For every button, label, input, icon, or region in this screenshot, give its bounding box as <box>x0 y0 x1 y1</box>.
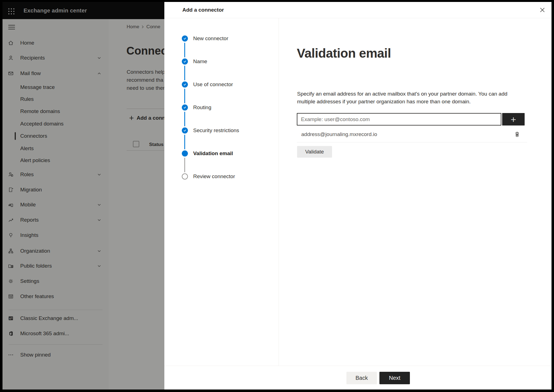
step-name[interactable]: Name <box>164 56 279 67</box>
email-entry-row: + <box>297 113 525 125</box>
step-connector-line <box>184 135 185 149</box>
plus-icon: + <box>511 114 516 125</box>
screenshot-root: Exchange admin center Home Recipients Ma… <box>0 0 554 392</box>
address-list-item: address@journaling.mxrecord.io <box>297 127 527 142</box>
step-review-connector[interactable]: Review connector <box>164 171 279 182</box>
app-window: Exchange admin center Home Recipients Ma… <box>2 2 552 390</box>
step-complete-icon <box>182 127 188 134</box>
step-security-restrictions[interactable]: Security restrictions <box>164 125 279 136</box>
step-complete-icon <box>182 58 188 65</box>
step-complete-icon <box>182 81 188 88</box>
step-connector-line <box>184 158 185 172</box>
step-new-connector[interactable]: New connector <box>164 33 279 44</box>
wizard-stepper: New connector Name Use of connector Rout… <box>164 18 279 366</box>
step-current-icon <box>182 150 188 157</box>
add-address-button[interactable]: + <box>502 113 525 125</box>
step-description: Specify an email address for an active m… <box>297 90 507 106</box>
trash-icon <box>514 131 521 138</box>
address-value: address@journaling.mxrecord.io <box>301 131 377 137</box>
step-connector-line <box>184 43 185 57</box>
add-connector-dialog: Add a connector New connector <box>164 2 552 390</box>
delete-address-button[interactable] <box>514 131 521 138</box>
dialog-header: Add a connector <box>164 2 552 18</box>
back-button[interactable]: Back <box>346 372 377 384</box>
step-connector-line <box>184 112 185 126</box>
step-connector-line <box>184 66 185 80</box>
close-icon[interactable] <box>539 6 546 14</box>
dialog-title: Add a connector <box>182 2 224 18</box>
step-heading: Validation email <box>297 46 391 61</box>
step-connector-line <box>184 89 185 103</box>
step-complete-icon <box>182 35 188 42</box>
step-upcoming-icon <box>182 173 188 180</box>
step-complete-icon <box>182 104 188 111</box>
step-validation-email[interactable]: Validation email <box>164 148 279 159</box>
validate-button[interactable]: Validate <box>297 146 332 158</box>
step-routing[interactable]: Routing <box>164 102 279 113</box>
next-button[interactable]: Next <box>379 372 410 384</box>
dialog-content: Validation email Specify an email addres… <box>297 18 552 366</box>
step-use-of-connector[interactable]: Use of connector <box>164 79 279 90</box>
email-input[interactable] <box>297 113 501 125</box>
dialog-footer: Back Next <box>164 366 552 390</box>
